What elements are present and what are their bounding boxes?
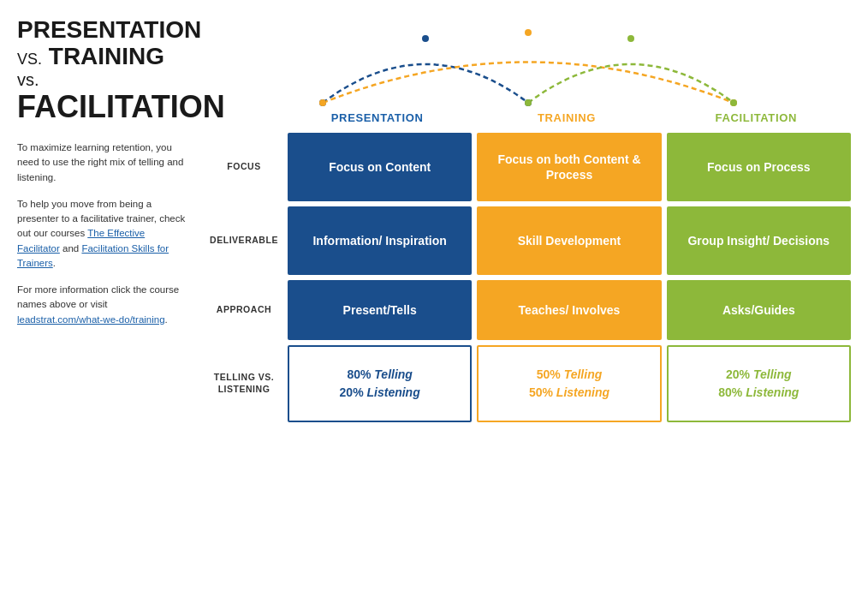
arc-area [205, 17, 851, 111]
deliverable-presentation-cell: Information/ Inspiration [288, 206, 472, 275]
right-panel: PRESENTATION TRAINING FACILITATION FOCUS… [205, 17, 851, 592]
telling-training-pct2: 50% [529, 385, 553, 399]
focus-facilitation-cell: Focus on Process [667, 133, 851, 201]
deliverable-training-text: Skill Development [518, 233, 621, 248]
telling-facilitation-pct1: 20% [726, 367, 750, 381]
focus-training-text: Focus on both Content & Process [484, 152, 654, 182]
focus-training-cell: Focus on both Content & Process [477, 133, 661, 201]
telling-presentation-line1: 80% Telling [340, 366, 420, 384]
telling-presentation-cell: 80% Telling 20% Listening [288, 345, 472, 422]
focus-row: FOCUS Focus on Content Focus on both Con… [205, 133, 851, 201]
telling-training-line1: 50% Telling [529, 366, 609, 384]
title-block: PRESENTATION vs. TRAINING vs. FACILITATI… [17, 17, 188, 123]
title-facilitation: FACILITATION [17, 89, 225, 124]
title-presentation: PRESENTATION [17, 16, 201, 43]
left-text-2: To help you move from being a presenter … [17, 197, 188, 271]
col-headers: PRESENTATION TRAINING FACILITATION [205, 111, 851, 128]
left-text-3: For more information click the course na… [17, 283, 188, 327]
telling-facilitation-line1: 20% Telling [718, 366, 799, 384]
telling-facilitation-cell: 20% Telling 80% Listening [667, 345, 851, 422]
deliverable-facilitation-cell: Group Insight/ Decisions [667, 206, 851, 275]
telling-presentation-pct2: 20% [340, 385, 364, 399]
deliverable-facilitation-text: Group Insight/ Decisions [687, 233, 829, 248]
telling-facilitation-line2: 80% Listening [718, 384, 799, 402]
approach-label: APPROACH [205, 280, 282, 340]
title-line2: vs. FACILITATION [17, 70, 188, 124]
telling-label: TELLING VS. LISTENING [205, 345, 282, 422]
telling-training-label2: Listening [553, 385, 609, 399]
telling-training-cell: 50% Telling 50% Listening [477, 345, 661, 422]
left-text-1: To maximize learning retention, you need… [17, 140, 188, 185]
approach-training-text: Teaches/ Involves [519, 302, 621, 318]
approach-presentation-text: Present/Tells [343, 302, 417, 318]
svg-point-8 [627, 35, 634, 42]
telling-training-line2: 50% Listening [529, 384, 609, 402]
title-line1: PRESENTATION vs. TRAINING [17, 17, 188, 70]
col-header-presentation: PRESENTATION [282, 111, 472, 128]
approach-presentation-cell: Present/Tells [288, 280, 472, 340]
approach-facilitation-cell: Asks/Guides [667, 280, 851, 340]
svg-point-7 [730, 99, 737, 106]
focus-facilitation-text: Focus on Process [707, 159, 811, 175]
deliverable-presentation-text: Information/ Inspiration [312, 233, 446, 248]
telling-presentation-pct1: 80% [347, 367, 371, 381]
telling-presentation-line2: 20% Listening [340, 384, 420, 402]
telling-facilitation-label2: Listening [742, 385, 799, 399]
title-vs2: vs. [17, 70, 39, 89]
website-link[interactable]: leadstrat.com/what-we-do/training [17, 314, 165, 325]
telling-facilitation-pct2: 80% [718, 385, 742, 399]
deliverable-label: DELIVERABLE [205, 206, 282, 275]
telling-presentation-label2: Listening [364, 385, 420, 399]
telling-training-pct1: 50% [537, 367, 561, 381]
telling-presentation-label1: Telling [371, 367, 412, 381]
approach-facilitation-text: Asks/Guides [722, 302, 795, 318]
left-panel: PRESENTATION vs. TRAINING vs. FACILITATI… [17, 17, 197, 592]
content-grid: FOCUS Focus on Content Focus on both Con… [205, 133, 851, 592]
col-header-training: TRAINING [472, 111, 661, 128]
title-training: TRAINING [49, 43, 164, 69]
focus-presentation-cell: Focus on Content [288, 133, 472, 201]
svg-point-2 [422, 35, 429, 42]
approach-row: APPROACH Present/Tells Teaches/ Involves… [205, 280, 851, 340]
telling-row: TELLING VS. LISTENING 80% Telling 20% Li… [205, 345, 851, 422]
svg-point-3 [319, 99, 326, 106]
deliverable-training-cell: Skill Development [477, 206, 661, 275]
telling-training-label1: Telling [561, 367, 602, 381]
svg-point-6 [525, 99, 532, 106]
focus-label: FOCUS [205, 133, 282, 201]
arc-svg [205, 17, 851, 111]
focus-presentation-text: Focus on Content [329, 159, 431, 175]
title-vs1: vs. [17, 51, 42, 68]
svg-point-5 [525, 29, 532, 36]
col-header-facilitation: FACILITATION [662, 111, 851, 128]
deliverable-row: DELIVERABLE Information/ Inspiration Ski… [205, 206, 851, 275]
approach-training-cell: Teaches/ Involves [477, 280, 661, 340]
telling-facilitation-label1: Telling [750, 367, 791, 381]
